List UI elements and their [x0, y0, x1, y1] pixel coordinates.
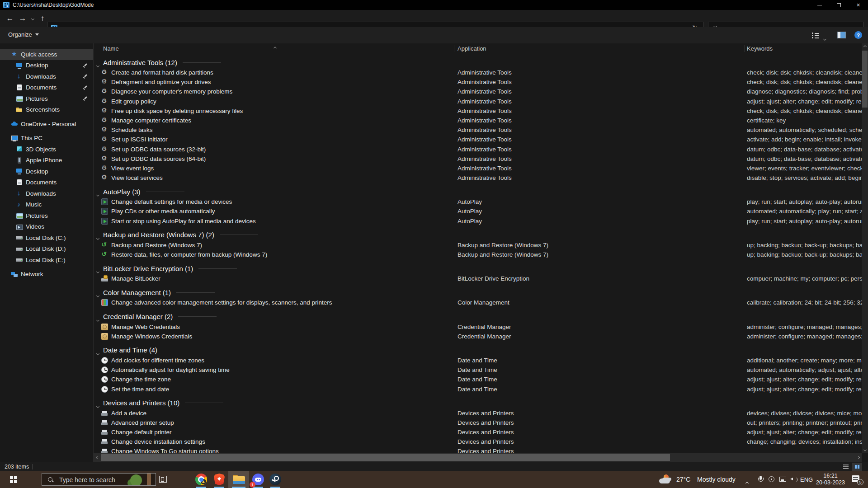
file-row[interactable]: Change device installation settingsDevic… — [95, 437, 862, 446]
column-divider[interactable] — [744, 45, 745, 52]
file-row[interactable]: Change Windows To Go startup optionsDevi… — [95, 446, 862, 453]
file-row[interactable]: Schedule tasksAdministrative Toolsautoma… — [95, 125, 862, 135]
sidebar-item-documents[interactable]: Documents — [0, 177, 93, 188]
sidebar-item-onedrive-personal[interactable]: OneDrive - Personal — [0, 118, 93, 130]
sidebar-item-videos[interactable]: Videos — [0, 221, 93, 233]
file-row[interactable]: Defragment and optimize your drivesAdmin… — [95, 77, 862, 87]
weather-icon[interactable] — [659, 474, 674, 484]
column-divider[interactable] — [454, 45, 454, 52]
horizontal-scrollbar-thumb[interactable] — [101, 454, 670, 461]
start-button[interactable] — [0, 471, 28, 488]
file-row[interactable]: Create and format hard disk partitionsAd… — [95, 68, 862, 77]
column-header-keywords[interactable]: Keywords — [747, 45, 773, 52]
taskbar-steam[interactable] — [266, 471, 284, 488]
sidebar-item-local-disk-d-[interactable]: Local Disk (D:) — [0, 244, 93, 255]
file-row[interactable]: Change default printerDevices and Printe… — [95, 427, 862, 437]
group-header[interactable]: Credential Manager (2) — [95, 311, 862, 322]
weather-description[interactable]: Mostly cloudy — [697, 476, 736, 483]
file-row[interactable]: Play CDs or other media automaticallyAut… — [95, 206, 862, 216]
camera-icon[interactable] — [769, 476, 774, 482]
sidebar-item-screenshots[interactable]: Screenshots — [0, 104, 93, 116]
sidebar-item-downloads[interactable]: Downloads — [0, 188, 93, 199]
close-button[interactable] — [849, 0, 868, 10]
file-row[interactable]: Manage BitLockerBitLocker Drive Encrypti… — [95, 274, 862, 283]
file-row[interactable]: View event logsAdministrative Toolsviewe… — [95, 164, 862, 173]
sidebar-item-3d-objects[interactable]: 3D Objects — [0, 144, 93, 155]
forward-button[interactable] — [16, 12, 29, 25]
file-row[interactable]: Manage Windows CredentialsCredential Man… — [95, 332, 862, 341]
details-view-toggle[interactable] — [840, 463, 851, 471]
help-button[interactable] — [854, 31, 862, 39]
microphone-icon[interactable] — [758, 476, 763, 483]
sort-ascending-icon[interactable] — [274, 44, 276, 51]
hidden-icons-button[interactable] — [746, 478, 748, 486]
task-view-button[interactable] — [159, 476, 167, 483]
recent-locations-dropdown[interactable] — [29, 12, 36, 25]
group-header[interactable]: Date and Time (4) — [95, 345, 862, 356]
horizontal-scrollbar[interactable] — [94, 453, 862, 462]
file-row[interactable]: Change the time zoneDate and Timeadjust;… — [95, 375, 862, 384]
file-row[interactable]: Change advanced color management setting… — [95, 298, 862, 307]
sidebar-item-apple-iphone[interactable]: Apple iPhone — [0, 155, 93, 166]
scroll-down-arrow[interactable] — [862, 446, 868, 453]
vertical-scrollbar-thumb[interactable] — [862, 51, 868, 108]
preview-pane-button[interactable] — [837, 32, 846, 38]
column-header-name[interactable]: Name — [103, 45, 119, 52]
file-row[interactable]: Automatically adjust for daylight saving… — [95, 365, 862, 375]
organize-button[interactable]: Organize — [8, 31, 39, 38]
minimize-button[interactable] — [810, 0, 829, 10]
file-row[interactable]: Manage Web CredentialsCredential Manager… — [95, 322, 862, 332]
file-row[interactable]: Advanced printer setupDevices and Printe… — [95, 418, 862, 427]
view-dropdown-button[interactable] — [824, 34, 826, 42]
file-row[interactable]: Start or stop using AutoPlay for all med… — [95, 216, 862, 226]
vertical-scrollbar[interactable] — [862, 43, 868, 453]
file-row[interactable]: Add clocks for different time zonesDate … — [95, 356, 862, 365]
group-header[interactable]: Backup and Restore (Windows 7) (2) — [95, 230, 862, 240]
file-row[interactable]: Backup and Restore (Windows 7)Backup and… — [95, 240, 862, 250]
taskbar-file-explorer[interactable] — [228, 471, 249, 488]
volume-icon[interactable] — [790, 476, 797, 482]
file-row[interactable]: Set the time and dateDate and Timeadjust… — [95, 385, 862, 394]
scroll-right-arrow[interactable] — [854, 453, 862, 462]
sidebar-item-this-pc[interactable]: This PC — [0, 133, 93, 144]
file-row[interactable]: Manage computer certificatesAdministrati… — [95, 116, 862, 125]
file-row[interactable]: Set up ODBC data sources (32-bit)Adminis… — [95, 145, 862, 154]
file-row[interactable]: Diagnose your computer's memory problems… — [95, 87, 862, 96]
sidebar-item-documents[interactable]: Documents — [0, 82, 93, 94]
maximize-button[interactable] — [829, 0, 849, 10]
taskbar-chrome[interactable] — [192, 471, 210, 488]
sidebar-item-pictures[interactable]: Pictures — [0, 210, 93, 221]
file-row[interactable]: Set up iSCSI initiatorAdministrative Too… — [95, 135, 862, 144]
change-view-button[interactable] — [812, 32, 819, 38]
file-row[interactable]: View local servicesAdministrative Toolsd… — [95, 173, 862, 183]
language-indicator[interactable]: ENG — [800, 476, 813, 483]
file-row[interactable]: Restore data, files, or computer from ba… — [95, 250, 862, 259]
group-header[interactable]: Devices and Printers (10) — [95, 398, 862, 408]
group-header[interactable]: Color Management (1) — [95, 287, 862, 298]
sidebar-item-desktop[interactable]: Desktop — [0, 60, 93, 71]
taskbar-discord[interactable]: 1 — [249, 471, 267, 488]
group-header[interactable]: BitLocker Drive Encryption (1) — [95, 263, 862, 274]
thumbnail-view-toggle[interactable] — [852, 463, 862, 471]
group-header[interactable]: AutoPlay (3) — [95, 186, 862, 197]
file-row[interactable]: Add a deviceDevices and Printersdevices;… — [95, 408, 862, 418]
sidebar-item-local-disk-c-[interactable]: Local Disk (C:) — [0, 232, 93, 244]
scroll-up-arrow[interactable] — [862, 43, 868, 50]
file-row[interactable]: Edit group policyAdministrative Toolsadj… — [95, 97, 862, 106]
taskbar-search[interactable]: Type here to search — [42, 473, 156, 486]
file-row[interactable]: Free up disk space by deleting unnecessa… — [95, 106, 862, 116]
taskbar-brave[interactable] — [210, 471, 228, 488]
sidebar-item-desktop[interactable]: Desktop — [0, 166, 93, 177]
group-header[interactable]: Administrative Tools (12) — [95, 57, 862, 68]
sidebar-item-music[interactable]: Music — [0, 199, 93, 211]
column-header-application[interactable]: Application — [458, 45, 486, 52]
sidebar-item-network[interactable]: Network — [0, 269, 93, 280]
scroll-left-arrow[interactable] — [94, 453, 101, 462]
network-icon[interactable] — [779, 477, 786, 482]
sidebar-item-local-disk-e-[interactable]: Local Disk (E:) — [0, 254, 93, 266]
back-button[interactable] — [4, 12, 16, 25]
sidebar-item-downloads[interactable]: Downloads — [0, 71, 93, 82]
sidebar-item-pictures[interactable]: Pictures — [0, 93, 93, 104]
weather-temperature[interactable]: 27°C — [676, 476, 690, 483]
file-row[interactable]: Set up ODBC data sources (64-bit)Adminis… — [95, 154, 862, 164]
